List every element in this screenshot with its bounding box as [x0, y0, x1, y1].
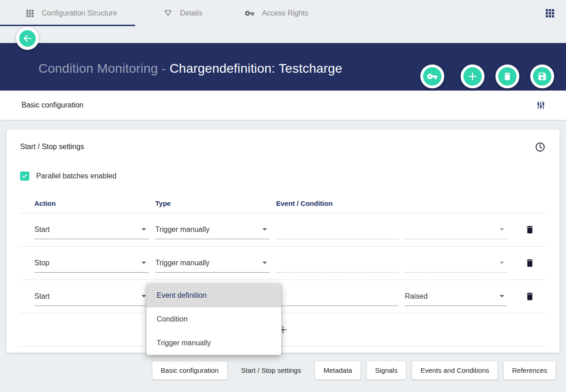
grid-icon: [25, 9, 34, 18]
type-select[interactable]: Trigger manually: [155, 253, 270, 273]
chevron-down-icon: [142, 295, 146, 297]
event-condition-input[interactable]: [276, 287, 398, 306]
delete-row-button[interactable]: [525, 291, 535, 301]
key-icon: [427, 71, 438, 82]
action-select[interactable]: Start: [34, 220, 149, 239]
action-value: Start: [34, 292, 50, 301]
chevron-down-icon: [500, 262, 504, 264]
type-value: Trigger manually: [155, 226, 210, 234]
nav-start-stop-settings[interactable]: Start / Stop settings: [233, 361, 310, 380]
page-title: Condition Monitoring - Chargendefinition…: [16, 47, 343, 91]
basic-configuration-label: Basic configuration: [22, 101, 83, 109]
delete-row-button[interactable]: [525, 258, 535, 268]
save-icon: [537, 71, 547, 81]
menu-item-event-definition[interactable]: Event definition: [147, 284, 281, 307]
nav-signals[interactable]: Signals: [366, 361, 406, 380]
start-stop-settings-title: Start / Stop settings: [20, 143, 84, 151]
table-header-row: Action Type Event / Condition: [20, 193, 546, 213]
menu-item-trigger-manually[interactable]: Trigger manually: [147, 331, 281, 355]
nav-basic-configuration[interactable]: Basic configuration: [152, 361, 228, 380]
action-value: Start: [34, 226, 50, 234]
column-header-event-condition: Event / Condition: [276, 199, 507, 207]
card-header: Start / Stop settings: [20, 129, 546, 164]
event-condition-input[interactable]: [276, 253, 398, 273]
chevron-down-icon: [142, 228, 146, 231]
header-action-buttons: [420, 64, 554, 88]
tab-label: Configuration Structure: [42, 9, 117, 17]
save-button[interactable]: [530, 64, 554, 88]
event-condition-input[interactable]: [276, 220, 398, 239]
basic-configuration-bar[interactable]: Basic configuration: [0, 91, 566, 120]
chevron-down-icon: [500, 295, 504, 297]
nav-events-and-conditions[interactable]: Events and Conditions: [412, 361, 498, 380]
tab-configuration-structure[interactable]: Configuration Structure: [0, 0, 135, 26]
apps-grid-icon[interactable]: [544, 8, 555, 18]
chevron-down-icon: [262, 262, 267, 264]
chevron-down-icon: [262, 228, 267, 231]
access-rights-button[interactable]: [420, 64, 444, 88]
table-row: Start Trigger manually: [20, 213, 546, 247]
arrow-left-icon: [22, 33, 33, 44]
page-title-prefix: Condition Monitoring -: [38, 61, 169, 75]
back-button[interactable]: [16, 27, 39, 50]
parallel-batches-label: Parallel batches enabled: [36, 172, 116, 180]
action-select[interactable]: Start: [34, 287, 149, 306]
top-tab-bar: Configuration Structure Details Access R…: [0, 0, 566, 26]
type-dropdown-menu: Event definition Condition Trigger manua…: [147, 284, 281, 355]
clock-icon[interactable]: [534, 141, 546, 153]
chevron-down-icon: [500, 228, 504, 231]
delete-row-button[interactable]: [525, 225, 535, 235]
parallel-batches-row: Parallel batches enabled: [20, 171, 546, 182]
table-row: Start Raised: [20, 280, 546, 313]
nav-references[interactable]: References: [503, 361, 556, 380]
parallel-batches-checkbox[interactable]: [20, 172, 29, 181]
column-header-action: Action: [34, 199, 149, 207]
plus-icon: [467, 70, 479, 82]
tune-icon[interactable]: [536, 100, 546, 110]
table-row: Stop Trigger manually: [20, 247, 546, 280]
add-button[interactable]: [461, 64, 484, 88]
state-select[interactable]: [405, 253, 507, 273]
tab-access-rights[interactable]: Access Rights: [222, 0, 327, 26]
action-value: Stop: [34, 259, 49, 267]
state-select[interactable]: Raised: [405, 287, 507, 306]
app-window: Configuration Structure Details Access R…: [0, 0, 566, 392]
type-select[interactable]: Trigger manually: [155, 220, 270, 239]
nav-metadata[interactable]: Metadata: [315, 361, 361, 380]
start-stop-settings-card: Start / Stop settings Parallel batches e…: [6, 129, 560, 353]
bottom-navigation: Basic configuration Start / Stop setting…: [152, 361, 556, 380]
tab-label: Access Rights: [262, 9, 308, 17]
delete-button[interactable]: [495, 64, 519, 88]
state-value: Raised: [405, 292, 428, 301]
state-select[interactable]: [405, 220, 507, 239]
tab-details[interactable]: Details: [135, 0, 222, 26]
menu-item-condition[interactable]: Condition: [147, 307, 281, 331]
type-value: Trigger manually: [155, 259, 210, 267]
column-header-type: Type: [155, 199, 270, 207]
funnel-icon: [163, 9, 173, 18]
action-select[interactable]: Stop: [34, 253, 149, 273]
tab-label: Details: [180, 9, 202, 17]
page-title-main: Chargendefinition: Testcharge: [169, 61, 342, 75]
trash-icon: [502, 71, 512, 81]
add-row-container: [20, 313, 546, 347]
chevron-down-icon: [142, 262, 146, 264]
start-stop-table: Action Type Event / Condition Start Trig…: [20, 193, 546, 347]
key-icon: [245, 8, 255, 18]
